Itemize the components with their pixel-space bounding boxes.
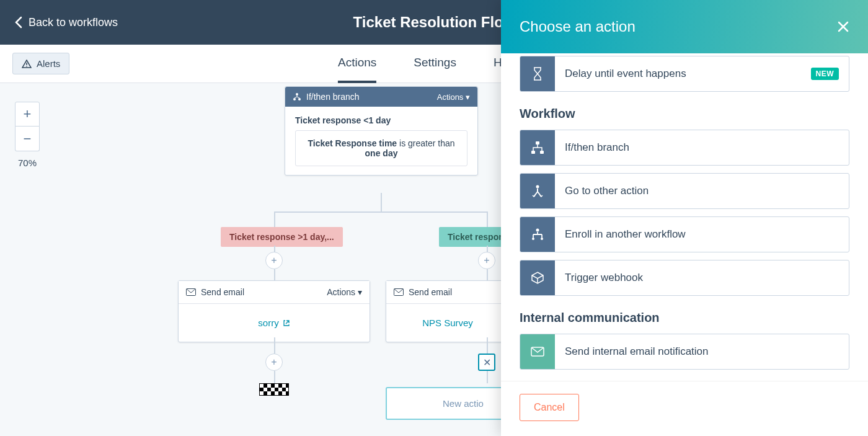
svg-point-12: [532, 238, 534, 240]
action-delay-until-event[interactable]: Delay until event happens NEW: [520, 56, 849, 92]
branch-node[interactable]: If/then branch Actions ▾ Ticket response…: [285, 86, 478, 176]
action-send-internal-email[interactable]: Send internal email notification: [520, 334, 849, 370]
tab-actions[interactable]: Actions: [338, 45, 376, 83]
panel-footer: Cancel: [501, 381, 868, 436]
email-node-left-body[interactable]: sorry: [179, 304, 370, 342]
action-label: Enroll in another workflow: [565, 228, 686, 241]
choose-action-panel: Choose an action Delay until event happe…: [501, 0, 868, 436]
alerts-label: Alerts: [37, 58, 60, 69]
page-title: Ticket Resolution Flow: [353, 14, 515, 31]
alerts-button[interactable]: Alerts: [12, 53, 69, 74]
connector: [487, 211, 488, 227]
zoom-level: 70%: [15, 158, 40, 168]
svg-point-2: [296, 93, 298, 96]
section-internal-comm-title: Internal communication: [520, 311, 849, 325]
svg-point-13: [541, 238, 543, 240]
action-label: Send internal email notification: [565, 345, 709, 358]
svg-point-3: [293, 98, 296, 100]
svg-rect-9: [540, 151, 544, 154]
svg-point-10: [536, 185, 539, 189]
svg-rect-8: [531, 151, 535, 154]
connector: [381, 193, 382, 211]
goto-icon: [520, 174, 555, 208]
branch-node-body: Ticket response <1 day Ticket Response t…: [285, 107, 477, 175]
connector: [487, 269, 488, 280]
email-icon: [394, 288, 404, 296]
branch-subtitle: Ticket response <1 day: [295, 115, 467, 125]
enroll-icon: [520, 217, 555, 252]
svg-rect-7: [536, 141, 539, 145]
hourglass-icon: [520, 56, 555, 91]
action-if-then-branch[interactable]: If/then branch: [520, 130, 849, 166]
branch-icon: [520, 130, 555, 165]
svg-point-1: [26, 66, 27, 67]
panel-body[interactable]: Delay until event happens NEW Workflow I…: [501, 53, 868, 381]
email-node-left-title: Send email: [201, 287, 244, 297]
email-node-right-body[interactable]: NPS Survey: [386, 304, 509, 342]
svg-point-4: [298, 98, 301, 100]
add-step-button-left-2[interactable]: +: [265, 354, 283, 371]
webhook-icon: [520, 260, 555, 295]
svg-point-11: [536, 229, 539, 232]
connector: [274, 211, 275, 227]
email-icon: [520, 334, 555, 369]
action-enroll-workflow[interactable]: Enroll in another workflow: [520, 216, 849, 252]
email-node-right-title: Send email: [409, 287, 452, 297]
close-step-button-right[interactable]: ✕: [478, 354, 495, 371]
branch-label-left[interactable]: Ticket response >1 day,...: [221, 227, 343, 247]
action-label: If/then branch: [565, 141, 629, 154]
connector: [487, 371, 488, 383]
connector: [487, 337, 488, 354]
connector: [274, 337, 275, 354]
email-node-right[interactable]: Send email NPS Survey: [386, 280, 510, 342]
panel-title: Choose an action: [520, 18, 636, 35]
branch-node-header: If/then branch Actions ▾: [285, 87, 477, 107]
action-go-to-other[interactable]: Go to other action: [520, 173, 849, 209]
action-trigger-webhook[interactable]: Trigger webhook: [520, 260, 849, 296]
add-step-button-left[interactable]: +: [265, 252, 283, 269]
back-label: Back to workflows: [29, 16, 118, 29]
finish-flag-icon: [259, 383, 289, 396]
action-label: Go to other action: [565, 185, 649, 197]
branch-node-actions-menu[interactable]: Actions ▾: [437, 92, 470, 102]
email-node-left-header: Send email Actions ▾: [179, 281, 370, 304]
section-workflow-title: Workflow: [520, 107, 849, 121]
close-icon: [837, 20, 849, 33]
zoom-in-button[interactable]: +: [15, 102, 40, 127]
new-badge: NEW: [811, 68, 839, 80]
connector: [274, 371, 275, 383]
chevron-left-icon: [15, 16, 22, 29]
email-icon: [186, 288, 196, 296]
tab-settings[interactable]: Settings: [414, 45, 456, 83]
zoom-out-button[interactable]: −: [15, 127, 40, 151]
external-link-icon: [283, 319, 290, 327]
zoom-controls: + − 70%: [15, 102, 40, 168]
alert-icon: [22, 60, 32, 68]
branch-node-title: If/then branch: [306, 92, 360, 102]
back-to-workflows-link[interactable]: Back to workflows: [15, 16, 118, 29]
panel-header: Choose an action: [501, 0, 868, 53]
email-node-left-actions-menu[interactable]: Actions ▾: [327, 287, 362, 297]
panel-close-button[interactable]: [837, 20, 849, 33]
branch-icon: [293, 92, 301, 101]
connector: [274, 211, 488, 213]
email-node-left[interactable]: Send email Actions ▾ sorry: [178, 280, 370, 342]
connector: [274, 269, 275, 280]
action-label: Delay until event happens: [565, 68, 686, 80]
add-step-button-right[interactable]: +: [478, 252, 495, 269]
email-node-right-header: Send email: [386, 281, 509, 304]
cancel-button[interactable]: Cancel: [520, 394, 579, 421]
branch-condition: Ticket Response time is greater than one…: [295, 130, 467, 166]
action-label: Trigger webhook: [565, 272, 643, 284]
